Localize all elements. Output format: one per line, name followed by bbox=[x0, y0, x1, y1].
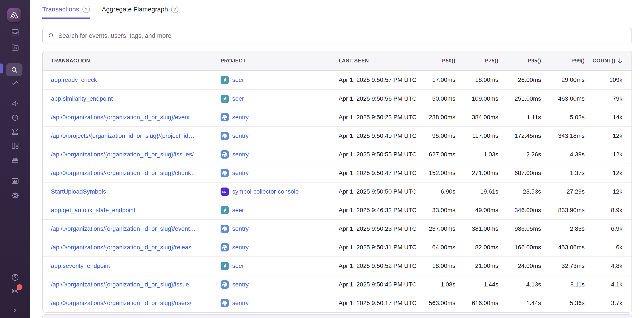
dotnet-project-icon: .NET bbox=[222, 190, 228, 193]
project-link[interactable]: sentry bbox=[232, 300, 248, 306]
column-header-p75[interactable]: P75() bbox=[456, 58, 498, 64]
transaction-link[interactable]: StartUploadSymbols bbox=[51, 188, 106, 195]
project-link[interactable]: symbol-collector-console bbox=[232, 188, 299, 195]
bar-chart-icon bbox=[11, 177, 20, 185]
sidebar-item-alerts[interactable] bbox=[11, 127, 20, 136]
transaction-link[interactable]: app.ready_check bbox=[51, 77, 97, 83]
transaction-link[interactable]: /api/0/organizations/{organization_id_or… bbox=[51, 281, 195, 288]
transaction-cell: /api/0/organizations/{organization_id_or… bbox=[43, 114, 220, 121]
sidebar-item-feedback[interactable] bbox=[11, 99, 20, 108]
project-link[interactable]: sentry bbox=[232, 114, 248, 121]
sidebar bbox=[0, 0, 30, 318]
transaction-link[interactable]: /api/0/organizations/{organization_id_or… bbox=[51, 300, 192, 306]
sentry-logo[interactable] bbox=[7, 8, 21, 22]
column-header-p99[interactable]: P99() bbox=[541, 58, 585, 64]
transaction-link[interactable]: app.similarity_endpoint bbox=[51, 95, 113, 102]
p50-cell: 33.00ms bbox=[413, 207, 456, 214]
p95-cell: 26.00ms bbox=[498, 77, 541, 83]
tab-aggregate-flamegraph[interactable]: Aggregate Flamegraph ? bbox=[102, 6, 179, 19]
last-seen-cell: Apr 1, 2025 9:50:56 PM UTC bbox=[337, 95, 413, 102]
project-icon: .NET bbox=[220, 95, 229, 103]
column-header-count[interactable]: COUNT() bbox=[585, 58, 632, 64]
sidebar-item-explore-active[interactable] bbox=[6, 63, 22, 76]
project-link[interactable]: seer bbox=[232, 207, 244, 214]
sidebar-item-dashboards[interactable] bbox=[11, 141, 20, 150]
project-link[interactable]: sentry bbox=[232, 244, 248, 251]
sidebar-item-projects[interactable] bbox=[11, 43, 20, 52]
count-cell: 4.1k bbox=[585, 281, 632, 288]
p99-cell: 833.90ms bbox=[541, 207, 585, 214]
column-header-project[interactable]: PROJECT bbox=[220, 58, 337, 64]
count-cell: 79k bbox=[585, 95, 632, 102]
column-header-last-seen[interactable]: LAST SEEN bbox=[337, 58, 413, 64]
tab-transactions[interactable]: Transactions ? bbox=[42, 6, 90, 19]
transaction-cell: /api/0/projects/{organization_id_or_slug… bbox=[43, 132, 220, 139]
transaction-link[interactable]: /api/0/projects/{organization_id_or_slug… bbox=[51, 132, 194, 139]
p50-cell: 238.00ms bbox=[413, 114, 456, 121]
sidebar-item-releases[interactable] bbox=[11, 156, 20, 164]
project-link[interactable]: sentry bbox=[232, 151, 248, 158]
clock-rewind-icon bbox=[11, 113, 20, 122]
table-row: app.similarity_endpoint .NET seer Apr 1,… bbox=[43, 89, 632, 108]
project-link[interactable]: seer bbox=[232, 77, 244, 83]
p95-cell: 24.00ms bbox=[498, 262, 541, 269]
transaction-cell: /api/0/organizations/{organization_id_or… bbox=[43, 300, 220, 306]
p50-cell: 17.00ms bbox=[413, 77, 456, 83]
p99-cell: 4.39s bbox=[541, 151, 585, 158]
transaction-link[interactable]: app.severity_endpoint bbox=[51, 262, 110, 269]
last-seen-cell: Apr 1, 2025 9:50:47 PM UTC bbox=[337, 170, 413, 176]
project-cell: .NET sentry bbox=[220, 299, 337, 307]
sidebar-item-issues[interactable] bbox=[11, 28, 20, 37]
last-seen-cell: Apr 1, 2025 9:50:50 PM UTC bbox=[337, 188, 413, 195]
p75-cell: 49.00ms bbox=[456, 207, 498, 214]
transaction-link[interactable]: /api/0/organizations/{organization_id_or… bbox=[51, 170, 197, 176]
last-seen-cell: Apr 1, 2025 9:50:46 PM UTC bbox=[337, 281, 413, 288]
count-cell: 12k bbox=[585, 132, 632, 139]
sidebar-collapse-button[interactable] bbox=[11, 306, 20, 315]
project-cell: .NET seer bbox=[220, 95, 337, 103]
tab-aggregate-flamegraph-help-icon[interactable]: ? bbox=[171, 6, 178, 13]
python-project-icon bbox=[222, 244, 228, 250]
transaction-link[interactable]: /api/0/organizations/{organization_id_or… bbox=[51, 151, 194, 158]
p75-cell: 1.44s bbox=[456, 281, 498, 288]
p50-cell: 18.00ms bbox=[413, 262, 456, 269]
column-header-p50[interactable]: P50() bbox=[413, 58, 456, 64]
table-row: /api/0/organizations/{organization_id_or… bbox=[43, 145, 632, 164]
seer-project-icon bbox=[222, 207, 228, 213]
project-link[interactable]: sentry bbox=[232, 170, 248, 176]
last-seen-cell: Apr 1, 2025 9:50:55 PM UTC bbox=[337, 151, 413, 158]
transaction-cell: /api/0/organizations/{organization_id_or… bbox=[43, 170, 220, 176]
chevron-right-icon bbox=[11, 306, 20, 315]
sidebar-item-replays[interactable] bbox=[11, 113, 20, 122]
p99-cell: 32.73ms bbox=[541, 262, 585, 269]
sidebar-item-stats[interactable] bbox=[11, 177, 20, 185]
project-cell: .NET sentry bbox=[220, 225, 337, 233]
p75-cell: 384.00ms bbox=[456, 114, 498, 121]
p99-cell: 1.37s bbox=[541, 170, 585, 176]
last-seen-cell: Apr 1, 2025 9:46:32 PM UTC bbox=[337, 207, 413, 214]
project-cell: .NET seer bbox=[220, 206, 337, 214]
project-link[interactable]: sentry bbox=[232, 132, 248, 139]
tab-transactions-help-icon[interactable]: ? bbox=[82, 6, 90, 13]
sidebar-item-settings[interactable] bbox=[11, 191, 20, 200]
transaction-link[interactable]: /api/0/organizations/{organization_id_or… bbox=[51, 244, 198, 251]
sidebar-item-help[interactable] bbox=[11, 273, 20, 282]
project-link[interactable]: seer bbox=[232, 262, 244, 269]
column-header-transaction[interactable]: TRANSACTION bbox=[43, 58, 220, 64]
sidebar-item-traces[interactable] bbox=[11, 79, 20, 88]
p50-cell: 1.08s bbox=[413, 281, 456, 288]
project-icon: .NET bbox=[220, 187, 229, 196]
transaction-link[interactable]: app.get_autofix_state_endpoint bbox=[51, 207, 135, 213]
project-link[interactable]: sentry bbox=[232, 225, 248, 232]
last-seen-cell: Apr 1, 2025 9:50:17 PM UTC bbox=[337, 300, 413, 306]
transaction-link[interactable]: /api/0/organizations/{organization_id_or… bbox=[51, 114, 196, 121]
seer-project-icon bbox=[222, 263, 228, 269]
main-content: Transactions ? Aggregate Flamegraph ? TR… bbox=[30, 0, 644, 318]
transaction-link[interactable]: /api/0/organizations/{organization_id_or… bbox=[51, 225, 196, 232]
project-link[interactable]: seer bbox=[232, 95, 244, 102]
project-icon: .NET bbox=[220, 113, 229, 121]
p99-cell: 343.18ms bbox=[541, 132, 585, 139]
project-link[interactable]: sentry bbox=[232, 281, 248, 288]
column-header-p95[interactable]: P95() bbox=[498, 58, 541, 64]
search-input[interactable] bbox=[58, 32, 626, 39]
